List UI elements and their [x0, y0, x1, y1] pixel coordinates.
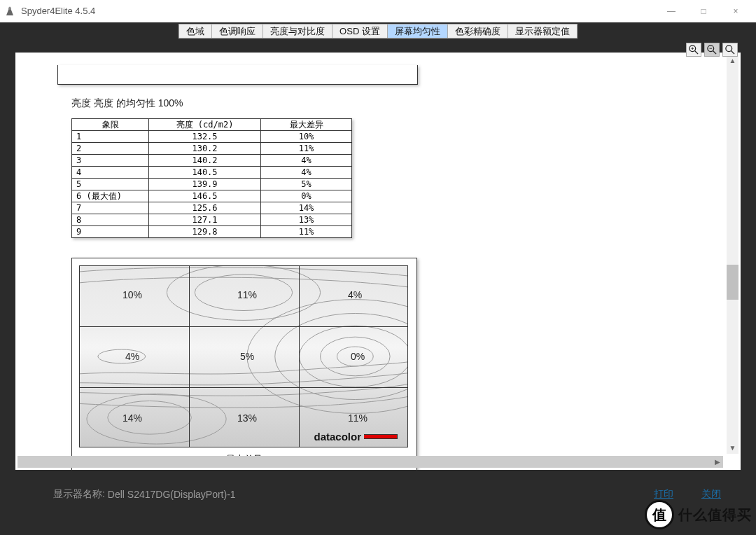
brand-logo: datacolor — [314, 431, 398, 443]
table-header-maxdiff: 最大差异 — [261, 119, 352, 131]
status-label: 显示器名称: — [53, 488, 105, 501]
contour-label: 0% — [349, 350, 367, 363]
tab-osd-settings[interactable]: OSD 设置 — [332, 24, 388, 39]
title-bar: Spyder4Elite 4.5.4 — □ × — [0, 0, 756, 22]
vertical-scrollbar[interactable]: ▲ ▼ — [727, 55, 738, 454]
table-row: 3140.24% — [72, 155, 352, 167]
table-header-luminance: 亮度 (cd/m2) — [149, 119, 261, 131]
table-row: 9129.811% — [72, 226, 352, 238]
tab-gamut[interactable]: 色域 — [178, 24, 212, 39]
previous-section-clip — [57, 65, 418, 85]
contour-label: 4% — [346, 289, 364, 301]
uniformity-table: 象限 亮度 (cd/m2) 最大差异 1132.510% 2130.211% 3… — [71, 118, 352, 238]
tab-color-accuracy[interactable]: 色彩精确度 — [448, 24, 508, 39]
close-link[interactable]: 关闭 — [701, 488, 721, 501]
window-title: Spyder4Elite 4.5.4 — [21, 6, 95, 16]
table-row: 8127.113% — [72, 214, 352, 226]
zoom-out-button[interactable] — [704, 43, 720, 57]
main-panel: 亮度 亮度 的均匀性 100% 象限 亮度 (cd/m2) 最大差异 1132.… — [0, 40, 756, 535]
svg-point-0 — [8, 7, 11, 10]
maximize-button[interactable]: □ — [687, 0, 720, 22]
svg-line-2 — [695, 51, 698, 54]
watermark-text: 什么值得买 — [678, 506, 752, 524]
svg-point-8 — [726, 46, 732, 52]
contour-plot: 10% 11% 4% 4% 5% 0% 14% 13% 11% datacolo… — [79, 265, 408, 447]
contour-plot-container: 10% 11% 4% 4% 5% 0% 14% 13% 11% datacolo… — [71, 258, 417, 470]
table-row: 6 (最大值)146.50% — [72, 190, 352, 202]
watermark: 值 什么值得买 — [645, 500, 752, 529]
scroll-down-arrow-icon[interactable]: ▼ — [727, 442, 738, 454]
print-link[interactable]: 打印 — [654, 488, 673, 501]
contour-label: 11% — [346, 412, 370, 424]
scroll-right-arrow-icon[interactable]: ▶ — [711, 456, 723, 468]
contour-label: 14% — [120, 412, 144, 424]
app-icon — [4, 6, 15, 17]
status-monitor-name: Dell S2417DG(DisplayPort)-1 — [108, 489, 236, 500]
table-row: 7125.614% — [72, 202, 352, 214]
document-content: 亮度 亮度 的均匀性 100% 象限 亮度 (cd/m2) 最大差异 1132.… — [57, 65, 418, 470]
table-header-quadrant: 象限 — [72, 119, 149, 131]
contour-label: 10% — [120, 289, 144, 301]
window-controls: — □ × — [655, 0, 752, 22]
zoom-fit-button[interactable] — [722, 43, 738, 57]
contour-label: 13% — [235, 412, 259, 424]
contour-label: 11% — [235, 289, 259, 301]
scroll-thumb-horizontal[interactable] — [18, 456, 723, 468]
brand-bar-icon — [364, 434, 398, 439]
table-row: 4140.54% — [72, 167, 352, 179]
tab-brightness-contrast[interactable]: 亮度与对比度 — [263, 24, 332, 39]
horizontal-scrollbar[interactable]: ◀ ▶ — [18, 456, 723, 468]
table-row: 2130.211% — [72, 143, 352, 155]
svg-line-6 — [713, 51, 716, 54]
zoom-tools — [686, 43, 738, 57]
table-row: 1132.510% — [72, 131, 352, 143]
tab-screen-uniformity[interactable]: 屏幕均匀性 — [388, 24, 448, 39]
contour-label: 5% — [238, 350, 256, 363]
contour-label: 4% — [123, 350, 141, 363]
brand-text: datacolor — [314, 431, 361, 443]
zoom-in-button[interactable] — [686, 43, 701, 57]
scroll-thumb-vertical[interactable] — [727, 265, 738, 300]
close-button[interactable]: × — [720, 0, 752, 22]
status-bar: 显示器名称: Dell S2417DG(DisplayPort)-1 打印 关闭 — [15, 470, 741, 501]
watermark-badge-icon: 值 — [645, 500, 674, 529]
tab-bar: 色域 色调响应 亮度与对比度 OSD 设置 屏幕均匀性 色彩精确度 显示器额定值 — [0, 22, 756, 40]
svg-line-9 — [732, 51, 734, 54]
table-row: 5139.95% — [72, 179, 352, 190]
tab-tone-response[interactable]: 色调响应 — [212, 24, 263, 39]
section-title: 亮度 亮度 的均匀性 100% — [71, 97, 418, 110]
table-header-row: 象限 亮度 (cd/m2) 最大差异 — [72, 119, 352, 131]
tab-monitor-rating[interactable]: 显示器额定值 — [508, 24, 578, 39]
minimize-button[interactable]: — — [655, 0, 687, 22]
document-viewport: 亮度 亮度 的均匀性 100% 象限 亮度 (cd/m2) 最大差异 1132.… — [15, 53, 741, 470]
svg-point-14 — [247, 300, 407, 414]
